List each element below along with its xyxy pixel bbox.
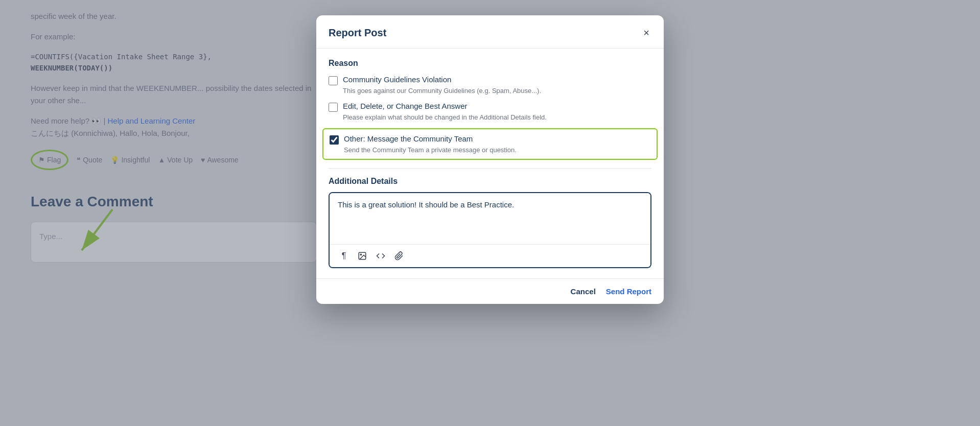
edit-delete-label[interactable]: Edit, Delete, or Change Best Answer [343,102,467,110]
community-guidelines-checkbox[interactable] [329,76,338,85]
attachment-icon[interactable] [392,249,406,263]
send-report-button[interactable]: Send Report [606,287,651,296]
edit-delete-desc: Please explain what should be changed in… [343,113,651,121]
edit-delete-checkbox[interactable] [329,103,338,112]
report-post-modal: Report Post × Reason Community Guideline… [316,15,664,304]
modal-title: Report Post [329,27,386,39]
cancel-button[interactable]: Cancel [571,287,596,296]
other-message-label[interactable]: Other: Message the Community Team [344,134,473,143]
close-modal-button[interactable]: × [641,26,651,40]
details-textarea[interactable] [330,193,650,242]
other-message-desc: Send the Community Team a private messag… [344,146,650,154]
svg-point-3 [360,254,361,255]
reason-edit-delete: Edit, Delete, or Change Best Answer Plea… [329,102,651,121]
code-icon[interactable] [374,249,388,263]
additional-details-label: Additional Details [329,177,651,186]
textarea-toolbar: ¶ [330,244,650,267]
details-textarea-wrapper: ¶ [329,192,651,268]
section-divider [329,168,651,169]
modal-footer: Cancel Send Report [316,278,664,304]
community-guidelines-label[interactable]: Community Guidelines Violation [343,75,451,84]
reason-other-message: Other: Message the Community Team Send t… [322,128,658,160]
image-icon[interactable] [355,249,369,263]
community-guidelines-desc: This goes against our Community Guidelin… [343,87,651,94]
reason-section-label: Reason [329,59,651,68]
paragraph-icon[interactable]: ¶ [337,249,351,263]
modal-body: Reason Community Guidelines Violation Th… [316,49,664,278]
reason-community-guidelines: Community Guidelines Violation This goes… [329,75,651,94]
other-message-checkbox[interactable] [330,135,339,145]
modal-header: Report Post × [316,15,664,49]
